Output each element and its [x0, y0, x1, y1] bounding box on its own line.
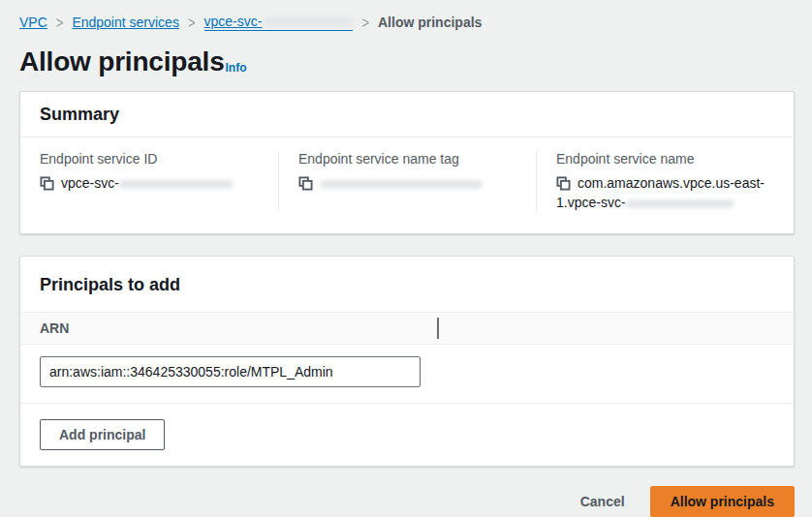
allow-principals-button[interactable]: Allow principals [650, 486, 795, 517]
summary-field-endpoint-service-id: Endpoint service ID vpce-svc- [20, 151, 278, 212]
field-label: Endpoint service name [556, 151, 776, 167]
add-principal-button[interactable]: Add principal [40, 419, 165, 450]
breadcrumb-service-id-label: vpce-svc- [204, 14, 263, 29]
redacted-text [320, 180, 483, 189]
redacted-text [119, 180, 234, 189]
summary-card: Summary Endpoint service ID vpce-svc- En… [19, 91, 795, 234]
arn-input-row [20, 345, 794, 403]
summary-field-endpoint-service-name: Endpoint service name com.amazonaws.vpce… [536, 151, 794, 212]
breadcrumb-endpoint-services[interactable]: Endpoint services [72, 15, 179, 30]
page-title: Allow principals [19, 46, 225, 77]
redacted-text [264, 17, 353, 26]
principals-title: Principals to add [40, 275, 774, 295]
breadcrumb-current: Allow principals [378, 15, 482, 30]
info-link[interactable]: Info [226, 61, 247, 75]
summary-card-header: Summary [20, 92, 794, 137]
copy-icon[interactable] [298, 176, 313, 191]
summary-grid: Endpoint service ID vpce-svc- Endpoint s… [20, 137, 794, 233]
chevron-right-icon: > [188, 14, 196, 32]
page-title-row: Allow principals Info [19, 46, 795, 77]
arn-input[interactable] [40, 356, 421, 387]
add-principal-row: Add principal [20, 403, 794, 466]
breadcrumb-vpc[interactable]: VPC [19, 15, 47, 30]
principals-card-header: Principals to add [20, 257, 794, 312]
copy-icon[interactable] [40, 176, 54, 191]
summary-title: Summary [40, 105, 774, 125]
copy-icon[interactable] [556, 176, 571, 191]
field-label: Endpoint service name tag [298, 151, 518, 167]
field-label: Endpoint service ID [40, 151, 261, 167]
breadcrumb-service-id[interactable]: vpce-svc- [204, 14, 354, 31]
cancel-button[interactable]: Cancel [580, 489, 625, 514]
arn-column-label: ARN [40, 320, 69, 336]
field-value [298, 173, 518, 193]
breadcrumb: VPC > Endpoint services > vpce-svc- > Al… [19, 14, 795, 31]
chevron-right-icon: > [361, 14, 369, 32]
redacted-text [626, 199, 734, 208]
column-resize-handle[interactable] [437, 318, 439, 339]
footer-actions: Cancel Allow principals [19, 486, 795, 517]
allow-principals-page: VPC > Endpoint services > vpce-svc- > Al… [0, 0, 812, 517]
summary-field-endpoint-service-name-tag: Endpoint service name tag [278, 151, 536, 212]
field-value-text: vpce-svc- [61, 175, 119, 191]
chevron-right-icon: > [56, 14, 64, 32]
field-value: vpce-svc- [40, 173, 261, 193]
field-value: com.amazonaws.vpce.us-east-1.vpce-svc- [556, 173, 776, 212]
arn-column-header: ARN [20, 312, 794, 345]
principals-to-add-card: Principals to add ARN Add principal [19, 256, 795, 467]
